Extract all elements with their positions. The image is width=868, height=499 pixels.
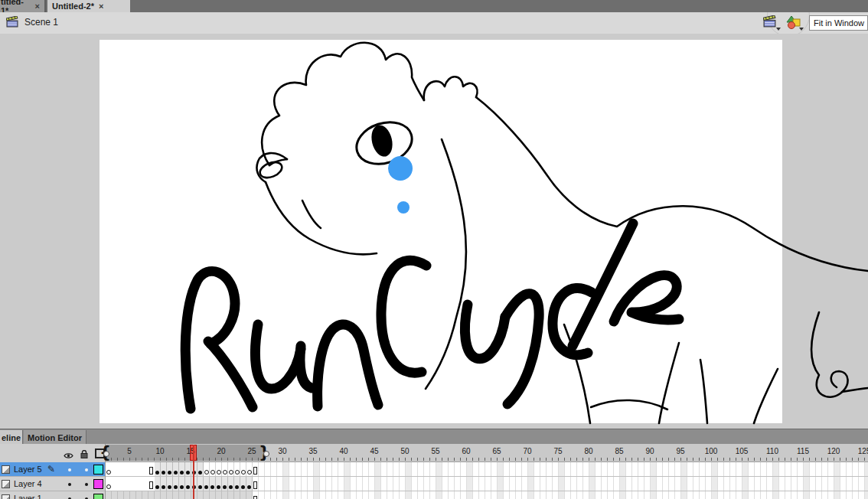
frame-cell[interactable]	[638, 477, 644, 491]
frame-cell[interactable]	[559, 491, 565, 499]
frame-cell[interactable]	[596, 491, 602, 499]
frame-cell[interactable]	[387, 462, 393, 477]
frame-cell[interactable]	[614, 491, 620, 499]
frame-cell[interactable]	[210, 462, 216, 477]
frame-cell[interactable]	[289, 477, 295, 491]
frame-cell[interactable]	[742, 477, 749, 491]
frame-cell[interactable]	[589, 491, 596, 499]
frame-cell[interactable]	[534, 462, 540, 477]
frame-cell[interactable]	[265, 477, 271, 491]
frame-cell[interactable]	[216, 462, 222, 477]
frame-cell[interactable]	[295, 462, 302, 477]
frame-cell[interactable]	[626, 462, 632, 477]
frame-cell[interactable]	[283, 491, 289, 499]
frame-cell[interactable]	[547, 491, 553, 499]
frame-cell[interactable]	[142, 462, 148, 477]
layer-row-layer5[interactable]: Layer 5 ✎	[0, 462, 105, 477]
frame-cell[interactable]	[185, 462, 191, 477]
frame-cell[interactable]	[553, 477, 559, 491]
frame-cell[interactable]	[277, 462, 283, 477]
frame-cell[interactable]	[847, 491, 853, 499]
frame-cell[interactable]	[730, 462, 736, 477]
frame-cell[interactable]	[204, 462, 210, 477]
frame-cell[interactable]	[118, 462, 124, 477]
frame-cell[interactable]	[724, 477, 730, 491]
frame-cell[interactable]	[847, 477, 853, 491]
frame-cell[interactable]	[387, 491, 393, 499]
ruler-frame-number[interactable]: 60	[458, 447, 474, 455]
frame-cell[interactable]	[755, 477, 761, 491]
frame-cell[interactable]	[700, 462, 706, 477]
frame-cell[interactable]	[381, 491, 387, 499]
frame-cell[interactable]	[816, 462, 822, 477]
frame-cell[interactable]	[583, 491, 589, 499]
frame-cell[interactable]	[675, 462, 681, 477]
frame-cell[interactable]	[816, 477, 822, 491]
frame-cell[interactable]	[749, 477, 755, 491]
ruler-frame-number[interactable]: 105	[734, 447, 749, 455]
frame-cell[interactable]	[136, 462, 142, 477]
frame-cell[interactable]	[583, 462, 589, 477]
frame-cell[interactable]	[528, 491, 534, 499]
frame-cell[interactable]	[657, 462, 663, 477]
layer-name[interactable]: Layer 5	[14, 465, 42, 474]
frame-cell[interactable]	[859, 477, 865, 491]
frame-cell[interactable]	[240, 462, 246, 477]
frame-cell[interactable]	[222, 491, 228, 499]
frame-cell[interactable]	[571, 491, 577, 499]
frame-cell[interactable]	[791, 462, 798, 477]
frame-cell[interactable]	[663, 477, 669, 491]
frame-cell[interactable]	[375, 462, 381, 477]
frame-cell[interactable]	[865, 491, 868, 499]
frame-cell[interactable]	[822, 491, 828, 499]
frame-cell[interactable]	[700, 491, 706, 499]
ruler-frame-number[interactable]: 65	[489, 447, 504, 455]
frame-cell[interactable]	[479, 477, 485, 491]
frame-cell[interactable]	[816, 491, 822, 499]
range-handle-left[interactable]	[103, 451, 109, 457]
frame-cell[interactable]	[485, 491, 491, 499]
frame-cell[interactable]	[136, 477, 142, 491]
frame-cell[interactable]	[822, 462, 828, 477]
tab-timeline[interactable]: eline	[0, 430, 23, 445]
ruler-frame-number[interactable]: 35	[305, 447, 321, 455]
frame-cell[interactable]	[749, 491, 755, 499]
frame-cell[interactable]	[216, 477, 222, 491]
frame-cell[interactable]	[106, 491, 112, 499]
frame-cell[interactable]	[234, 462, 240, 477]
frame-cell[interactable]	[657, 477, 663, 491]
layer-name[interactable]: Layer 1	[14, 494, 42, 499]
frame-ruler[interactable]: 5101520253035404550556065707580859095100…	[105, 444, 868, 462]
tab-motion-editor[interactable]: Motion Editor	[24, 430, 86, 445]
frame-cell[interactable]	[118, 491, 124, 499]
frame-cell[interactable]	[626, 491, 632, 499]
frame-cell[interactable]	[449, 491, 455, 499]
ruler-frame-number[interactable]: 15	[183, 447, 198, 455]
frame-cell[interactable]	[553, 462, 559, 477]
frame-cell[interactable]	[246, 462, 253, 477]
frame-cell[interactable]	[657, 491, 663, 499]
frame-cell[interactable]	[228, 491, 234, 499]
frame-cell[interactable]	[608, 462, 614, 477]
frame-cell[interactable]	[693, 477, 700, 491]
frame-cell[interactable]	[314, 491, 320, 499]
frame-cell[interactable]	[804, 491, 810, 499]
frame-cell[interactable]	[210, 491, 216, 499]
ruler-frame-number[interactable]: 120	[826, 447, 841, 455]
frame-cell[interactable]	[179, 491, 185, 499]
frame-cell[interactable]	[357, 491, 363, 499]
frame-cell[interactable]	[822, 477, 828, 491]
frame-cell[interactable]	[614, 477, 620, 491]
frame-cell[interactable]	[755, 462, 761, 477]
frame-cell[interactable]	[259, 491, 265, 499]
frame-cell[interactable]	[602, 477, 608, 491]
frame-cell[interactable]	[632, 477, 638, 491]
frame-cell[interactable]	[791, 477, 798, 491]
frame-cell[interactable]	[712, 462, 718, 477]
frame-cell[interactable]	[332, 477, 338, 491]
frame-cell[interactable]	[559, 477, 565, 491]
frame-cell[interactable]	[491, 491, 498, 499]
frame-cell[interactable]	[148, 491, 155, 499]
frame-cell[interactable]	[155, 477, 161, 491]
frame-cell[interactable]	[651, 477, 657, 491]
